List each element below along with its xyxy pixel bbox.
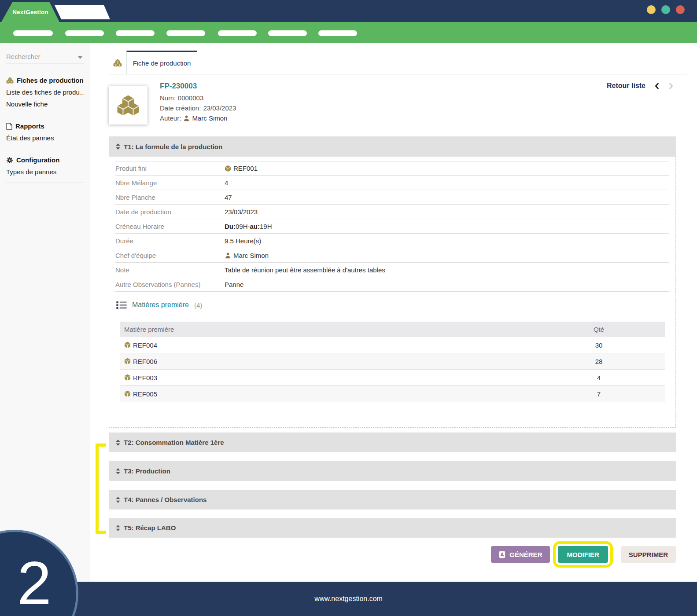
chef-equipe-link[interactable]: Marc Simon bbox=[233, 252, 269, 259]
sidebar-section-fiches: Fiches de production bbox=[6, 77, 84, 84]
sort-icon bbox=[116, 497, 120, 503]
field-row: Nbre Mélange 4 bbox=[115, 176, 669, 190]
sidebar-item-nouvelle-fiche[interactable]: Nouvelle fiche bbox=[6, 100, 84, 108]
tab-module-icon[interactable] bbox=[109, 52, 126, 74]
section-t5-header[interactable]: T5: Récap LABO bbox=[109, 518, 676, 538]
section-t4-header[interactable]: T4: Pannes / Observations bbox=[109, 490, 676, 510]
section-t3-header[interactable]: T3: Production bbox=[109, 461, 676, 481]
nav-item-placeholder[interactable] bbox=[218, 30, 257, 36]
annotation-bracket bbox=[96, 444, 106, 534]
chevron-left-icon[interactable] bbox=[654, 82, 660, 90]
sidebar-item-etat-pannes[interactable]: État des pannes bbox=[6, 134, 84, 142]
sort-icon bbox=[116, 468, 120, 474]
nav-item-placeholder[interactable] bbox=[166, 30, 205, 36]
divider bbox=[5, 115, 85, 115]
sidebar-item-liste-fiches[interactable]: Liste des fiches de produ… bbox=[6, 88, 84, 96]
section-t2-header[interactable]: T2: Consommation Matière 1ère bbox=[109, 433, 676, 452]
table-row: REF004 30 bbox=[120, 337, 665, 353]
table-row: REF006 28 bbox=[120, 353, 665, 370]
nav-item-placeholder[interactable] bbox=[268, 30, 307, 36]
divider bbox=[5, 183, 85, 183]
material-ref-link[interactable]: REF004 bbox=[133, 341, 157, 349]
divider bbox=[5, 149, 85, 149]
material-qty: 4 bbox=[533, 374, 665, 381]
cube-icon bbox=[124, 341, 131, 348]
field-row: Créneau Horaire Du:09H - au:19H bbox=[115, 219, 669, 234]
cube-icon bbox=[124, 358, 131, 365]
brand-label: NextGestion bbox=[12, 9, 48, 15]
field-row: Chef d'équipe Marc Simon bbox=[115, 248, 669, 263]
search-input[interactable]: Rechercher bbox=[6, 52, 84, 63]
field-row: Date de production 23/03/2023 bbox=[115, 205, 669, 219]
sidebar-section-configuration: Configuration bbox=[6, 156, 84, 164]
window-dot-yellow-icon[interactable] bbox=[647, 5, 656, 14]
generate-button[interactable]: GÉNÉRER bbox=[491, 546, 550, 563]
section-t1: T1: La formule de la production Produit … bbox=[109, 136, 676, 428]
brand-tab[interactable]: NextGestion bbox=[1, 2, 59, 22]
table-row: REF003 4 bbox=[120, 370, 665, 386]
cube-icon bbox=[124, 374, 131, 381]
pdf-file-icon bbox=[499, 551, 505, 558]
nav-item-placeholder[interactable] bbox=[65, 30, 104, 36]
delete-button[interactable]: SUPPRIMER bbox=[621, 546, 676, 563]
field-row: Produit fini REF001 bbox=[115, 161, 669, 176]
window-dot-green-icon[interactable] bbox=[661, 5, 670, 14]
cube-icon bbox=[225, 165, 231, 172]
secondary-tab-placeholder[interactable] bbox=[55, 5, 110, 19]
modify-button[interactable]: MODIFIER bbox=[558, 546, 608, 563]
materials-count: (4) bbox=[194, 301, 202, 309]
footer-site-url: www.nextgestion.com bbox=[314, 595, 383, 603]
field-row: Autre Observations (Pannes) Panne bbox=[115, 277, 669, 292]
divider bbox=[109, 74, 687, 74]
material-ref-link[interactable]: REF006 bbox=[133, 358, 157, 365]
main-content: Fiche de production FP-230003 Num: 00000… bbox=[90, 43, 697, 582]
tab-fiche-de-production[interactable]: Fiche de production bbox=[126, 51, 197, 74]
footer: www.nextgestion.com bbox=[0, 582, 697, 616]
chevron-right-icon[interactable] bbox=[668, 82, 674, 90]
sidebar: Rechercher Fiches de production Liste de… bbox=[0, 43, 90, 582]
sidebar-section-rapports: Rapports bbox=[6, 122, 84, 130]
back-to-list-link[interactable]: Retour liste bbox=[607, 82, 645, 90]
nav-item-placeholder[interactable] bbox=[116, 30, 155, 36]
search-placeholder: Rechercher bbox=[6, 53, 41, 60]
cubes-icon bbox=[117, 95, 140, 116]
gear-icon bbox=[6, 157, 13, 164]
chevron-down-icon bbox=[78, 56, 82, 59]
materials-table-header: Matière première Qté bbox=[120, 322, 665, 337]
material-ref-link[interactable]: REF003 bbox=[133, 374, 157, 381]
sort-icon bbox=[116, 440, 120, 446]
material-ref-link[interactable]: REF005 bbox=[133, 390, 157, 398]
record-thumbnail bbox=[109, 86, 148, 125]
title-bar: NextGestion bbox=[0, 0, 697, 22]
record-num: Num: 0000003 bbox=[160, 94, 236, 102]
field-row: Nbre Planche 47 bbox=[115, 190, 669, 205]
nav-item-placeholder[interactable] bbox=[318, 30, 357, 36]
list-icon bbox=[116, 301, 127, 309]
material-qty: 30 bbox=[533, 341, 665, 349]
window-dot-red-icon[interactable] bbox=[676, 5, 685, 14]
record-author: Auteur: Marc Simon bbox=[160, 114, 236, 122]
section-t1-header[interactable]: T1: La formule de la production bbox=[109, 136, 676, 157]
sort-icon bbox=[116, 143, 120, 150]
report-icon bbox=[6, 123, 12, 130]
material-qty: 7 bbox=[533, 390, 665, 398]
record-title: FP-230003 bbox=[160, 82, 236, 91]
field-row: Durée 9.5 Heure(s) bbox=[115, 234, 669, 248]
nav-item-placeholder[interactable] bbox=[13, 30, 53, 36]
cubes-icon bbox=[6, 77, 14, 84]
record-created: Date création: 23/03/2023 bbox=[160, 104, 236, 112]
sidebar-item-types-pannes[interactable]: Types de pannes bbox=[6, 168, 84, 176]
sort-icon bbox=[116, 525, 120, 531]
cubes-icon bbox=[113, 59, 122, 67]
main-nav-bar bbox=[0, 22, 697, 43]
field-row: Note Table de réunion peut être assemblé… bbox=[115, 263, 669, 277]
materials-table: Matière première Qté REF004 30 REF006 28… bbox=[120, 322, 665, 402]
author-link[interactable]: Marc Simon bbox=[192, 114, 227, 122]
person-icon bbox=[183, 115, 190, 121]
cube-icon bbox=[124, 390, 131, 397]
person-icon bbox=[225, 252, 231, 259]
produit-fini-link[interactable]: REF001 bbox=[233, 165, 258, 172]
material-qty: 28 bbox=[533, 358, 665, 365]
table-row: REF005 7 bbox=[120, 386, 665, 402]
materials-title[interactable]: Matières première bbox=[132, 301, 189, 309]
